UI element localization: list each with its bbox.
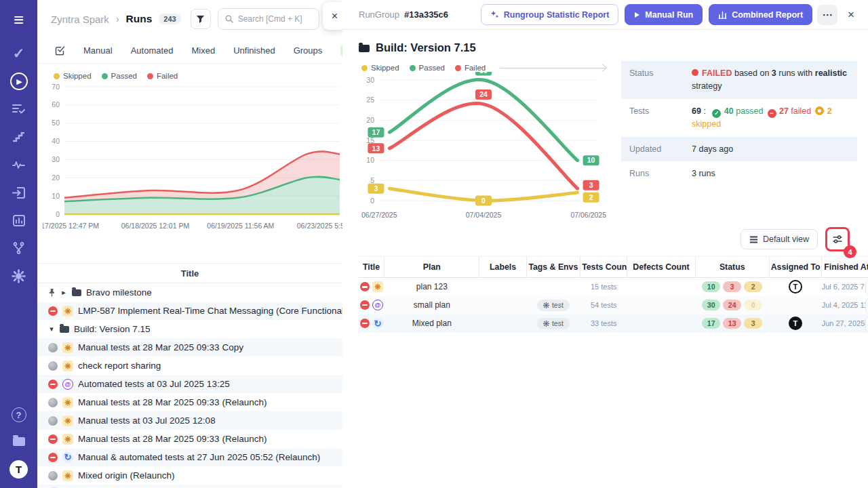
button-label: Manual Run (645, 10, 693, 20)
table-row[interactable]: ↻Mixed plantest33 tests17133TJun 27, 202… (359, 314, 868, 333)
workspace-chip[interactable]: test work (340, 43, 342, 58)
breadcrumb-project[interactable]: Zyntra Spark (51, 14, 109, 25)
user-avatar[interactable]: T (9, 460, 28, 479)
pulse-nav-icon[interactable] (10, 156, 28, 174)
drawer-body: Build: Version 7.15 Skipped Passed Faile… (342, 30, 868, 488)
run-row[interactable]: @Automated tests at 03 Jul 2025 13:25 (37, 375, 342, 393)
runs-table: Title ▸Bravo milestoneLMP-587 Implement … (37, 263, 342, 488)
gear-icon (543, 302, 549, 308)
tests-nav-icon[interactable]: ✓ (10, 45, 28, 62)
info-value: FAILED based on 3 runs with realistic st… (692, 67, 849, 93)
run-row[interactable]: Manual tests at 28 Mar 2025 09:33 Copy (37, 338, 342, 357)
rungroup-label: RunGroup (359, 9, 399, 20)
rungroup-chart-col: Skipped Passed Failed 051015202530173010… (359, 58, 615, 225)
manual-origin-icon (62, 306, 73, 317)
manual-run-button[interactable]: Manual Run (625, 4, 703, 25)
legend-skipped[interactable]: Skipped (361, 64, 399, 72)
run-row[interactable]: Manual tests at 28 Mar 2025 09:33 (Relau… (37, 430, 342, 448)
title-icons (359, 281, 384, 292)
drawer-close-button[interactable]: × (845, 8, 857, 22)
run-row[interactable]: ▸Bravo milestone (37, 283, 342, 302)
legend-passed[interactable]: Passed (102, 72, 137, 80)
column-header-labels[interactable]: Labels (479, 257, 526, 278)
run-row[interactable]: check report sharing (37, 357, 342, 375)
plan-cell[interactable]: Mixed plan (384, 314, 479, 333)
select-runs-icon[interactable] (55, 45, 65, 56)
import-nav-icon[interactable] (10, 184, 28, 201)
legend-skipped[interactable]: Skipped (54, 72, 92, 80)
column-header-finished-at[interactable]: Finished At (822, 257, 868, 278)
svg-text:40: 40 (52, 137, 60, 145)
caret-right-icon[interactable]: ▸ (60, 288, 67, 297)
run-row[interactable]: ▾Build: Version 7.15 (37, 320, 342, 338)
column-header-status[interactable]: Status (695, 257, 769, 278)
green-count-chip: 30 (702, 300, 720, 310)
branch-nav-icon[interactable] (10, 239, 28, 257)
tab-automated[interactable]: Automated (131, 45, 174, 56)
assignee-avatar[interactable]: T (789, 317, 802, 330)
plan-cell[interactable]: plan 123 (384, 278, 479, 296)
column-header-tests-count[interactable]: Tests Count (580, 257, 627, 278)
rungroup-info: StatusFAILED based on 3 runs with realis… (621, 61, 857, 186)
column-header-title[interactable]: Title (359, 257, 384, 278)
info-label: Status (629, 67, 692, 93)
steps-nav-icon[interactable] (10, 128, 28, 146)
legend-failed[interactable]: Failed (455, 64, 486, 72)
help-icon[interactable]: ? (12, 407, 26, 422)
runs-nav-icon[interactable]: ▶ (10, 73, 28, 90)
default-view-button[interactable]: Default view (741, 229, 818, 249)
failed-status-icon (48, 306, 58, 316)
filter-button[interactable] (191, 9, 211, 29)
run-row[interactable]: LMP-587 Implement Real-Time Chat Messagi… (37, 302, 342, 320)
rungroup-id: #13a335c6 (404, 9, 448, 20)
table-row[interactable]: @small plantest54 tests30240Jul 4, 2025 … (359, 296, 868, 314)
combined-report-button[interactable]: Combined Report (709, 4, 812, 25)
app: ≡ ✓ ▶ ? T Zyntra Spark › Runs 243 Search… (0, 0, 868, 488)
legend-failed[interactable]: Failed (147, 72, 178, 80)
caret-down-icon[interactable]: ▾ (48, 325, 55, 333)
info-label: Tests (629, 105, 692, 131)
bar-chart-icon (718, 11, 727, 19)
svg-text:20: 20 (52, 174, 60, 182)
column-header-defects-count[interactable]: Defects Count (627, 257, 696, 278)
reports-nav-icon[interactable] (10, 211, 28, 229)
table-settings-button[interactable]: 4 (827, 229, 848, 249)
panel-close-button[interactable]: × (323, 2, 342, 30)
settings-nav-icon[interactable] (10, 267, 28, 285)
tab-mixed[interactable]: Mixed (192, 45, 216, 56)
tab-unfinished[interactable]: Unfinished (233, 45, 275, 56)
column-header-plan[interactable]: Plan (384, 257, 479, 278)
title-cell: ↻ (359, 314, 384, 333)
finished-cell: Jun 27, 2025 5:5 (822, 314, 868, 333)
tab-manual[interactable]: Manual (83, 45, 113, 56)
green-count-chip: 10 (702, 281, 720, 292)
finished-at: Jun 27, 2025 5:5 (822, 319, 868, 327)
run-row[interactable]: Mixed origin (Relaunch) (37, 466, 342, 485)
column-header-assigned-to[interactable]: Assigned To (769, 257, 821, 278)
run-row[interactable]: ↻ (37, 485, 342, 488)
folder-icon (359, 45, 370, 52)
table-row[interactable]: plan 12315 tests1032TJul 6, 2025 7:40 (359, 278, 868, 296)
more-actions-button[interactable]: ⋯ (817, 5, 837, 25)
tab-groups[interactable]: Groups (294, 45, 323, 56)
search-input[interactable]: Search [Cmd + K] (218, 8, 319, 30)
legend-skipped-label: Skipped (63, 72, 92, 80)
rungroup-title: Build: Version 7.15 (376, 41, 476, 54)
run-title: Automated tests at 03 Jul 2025 13:25 (78, 379, 230, 389)
manual-origin-icon (62, 434, 73, 445)
run-row[interactable]: ↻Manual & automated tests at 27 Jun 2025… (37, 448, 342, 466)
run-title: check report sharing (78, 361, 161, 371)
run-row[interactable]: Manual tests at 03 Jul 2025 12:08 (37, 411, 342, 430)
title-icons: ↻ (359, 318, 384, 329)
assignee-avatar[interactable]: T (789, 280, 802, 293)
plan-cell[interactable]: small plan (384, 296, 479, 314)
projects-icon[interactable] (10, 432, 28, 450)
column-header-tags-envs[interactable]: Tags & Envs (526, 257, 580, 278)
plans-nav-icon[interactable] (10, 100, 28, 118)
run-row[interactable]: Manual tests at 28 Mar 2025 09:33 (Relau… (37, 393, 342, 411)
failed-status-icon (360, 319, 370, 328)
svg-text:0: 0 (56, 210, 60, 218)
legend-passed[interactable]: Passed (410, 64, 445, 72)
menu-icon[interactable]: ≡ (10, 11, 28, 28)
rungroup-statistic-report-button[interactable]: Rungroup Statistic Report (481, 4, 619, 25)
